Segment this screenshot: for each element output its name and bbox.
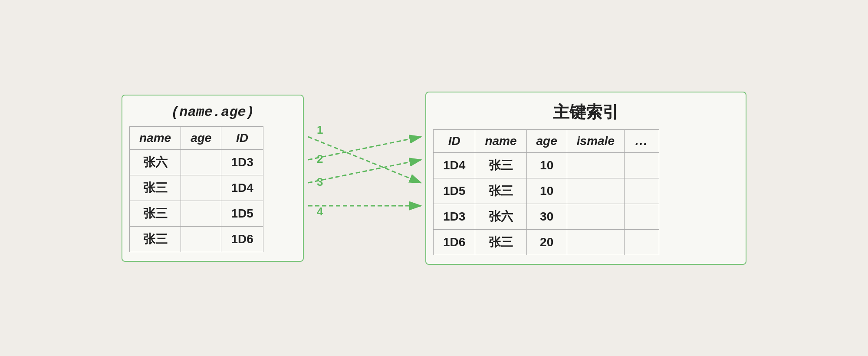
cell [567,204,624,229]
right-col-id: ID [434,129,475,152]
cell: 张六 [475,204,526,229]
right-col-ellipsis: ... [624,129,659,152]
cell [181,175,221,201]
left-col-id: ID [221,126,263,149]
main-container: (name.age) name age ID 张六 1D3 张三 1D4 [122,92,746,265]
table-row: 1D3 张六 30 [434,204,659,229]
cell [181,226,221,252]
right-table-header-row: ID name age ismale ... [434,129,659,152]
arrow-label-1: 1 [317,123,323,136]
table-row: 张六 1D3 [130,149,263,175]
left-table: name age ID 张六 1D3 张三 1D4 张三 [129,126,263,252]
right-table-title: 主键索引 [433,101,739,123]
table-row: 张三 1D6 [130,226,263,252]
left-table-title: (name.age) [129,104,296,120]
table-row: 1D5 张三 10 [434,178,659,204]
cell: 张三 [130,226,181,252]
cell [181,201,221,226]
right-col-age: age [526,129,567,152]
right-table: ID name age ismale ... 1D4 张三 10 1D5 张 [433,129,659,255]
cell: 10 [526,152,567,178]
cell: 张三 [475,152,526,178]
cell: 1D6 [221,226,263,252]
left-table-box: (name.age) name age ID 张六 1D3 张三 1D4 [122,95,304,262]
right-table-box: 主键索引 ID name age ismale ... 1D4 张三 10 [425,92,746,265]
cell [624,204,659,229]
arrow-label-3: 3 [317,175,323,188]
cell [624,152,659,178]
arrow-label-2: 2 [317,152,323,165]
cell: 1D4 [221,175,263,201]
table-row: 张三 1D5 [130,201,263,226]
cell: 1D5 [221,201,263,226]
cell [181,149,221,175]
cell [567,178,624,204]
arrow-1 [308,137,421,183]
cell: 张三 [130,201,181,226]
arrow-2 [308,137,421,160]
left-col-name: name [130,126,181,149]
arrow-label-4: 4 [317,205,323,218]
table-row: 1D4 张三 10 [434,152,659,178]
cell: 张三 [475,229,526,255]
cell: 30 [526,204,567,229]
left-table-header-row: name age ID [130,126,263,149]
cell [624,229,659,255]
cell: 张三 [130,175,181,201]
left-col-age: age [181,126,221,149]
cell: 1D5 [434,178,475,204]
cell: 1D6 [434,229,475,255]
right-col-name: name [475,129,526,152]
arrow-area: 1 2 3 4 [304,96,425,260]
cell: 1D3 [434,204,475,229]
cell [567,229,624,255]
table-row: 张三 1D4 [130,175,263,201]
table-row: 1D6 张三 20 [434,229,659,255]
cell: 1D4 [434,152,475,178]
cell: 张三 [475,178,526,204]
cell: 1D3 [221,149,263,175]
cell: 20 [526,229,567,255]
arrow-3 [308,160,421,183]
cell: 张六 [130,149,181,175]
cell [567,152,624,178]
right-col-ismale: ismale [567,129,624,152]
cell [624,178,659,204]
arrows-svg: 1 2 3 4 [304,96,425,260]
cell: 10 [526,178,567,204]
